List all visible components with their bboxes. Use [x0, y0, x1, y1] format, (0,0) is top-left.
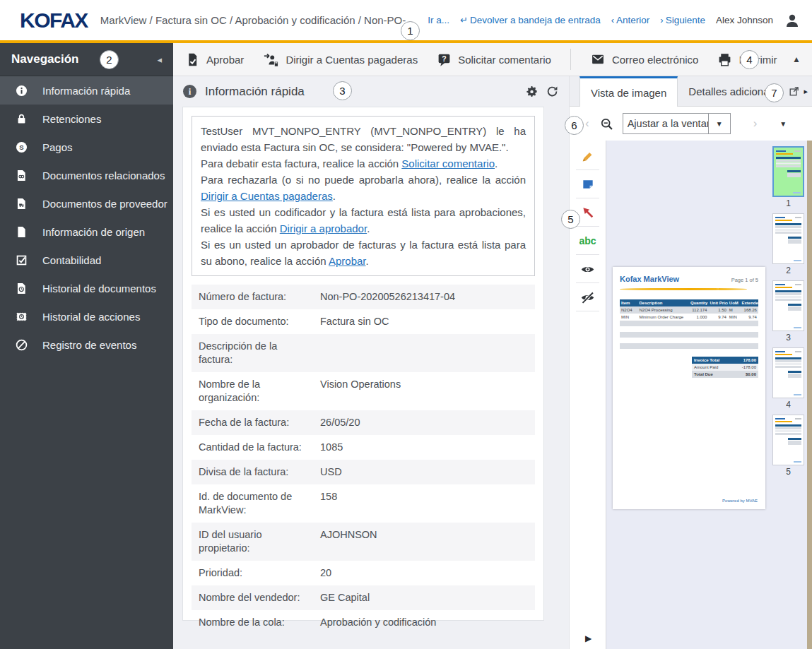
approve-button[interactable]: Aprobar	[185, 52, 244, 67]
toolbar-collapse-icon[interactable]: ▲	[792, 54, 801, 64]
zoom-select-arrow-icon[interactable]: ▼	[708, 114, 730, 133]
return-icon: ↵	[460, 16, 468, 25]
return-to-inbox-link[interactable]: ↵Devolver a bandeja de entrada	[460, 15, 601, 25]
kofax-logo: KOFAX	[20, 8, 88, 32]
thumbnail-label: 4	[770, 400, 807, 410]
approve-label: Aprobar	[206, 54, 244, 66]
preview-total-row: Invoice Total178.00	[692, 357, 758, 364]
chevron-left-icon: ‹	[611, 16, 614, 25]
sidebar-item-holds[interactable]: Retenciones	[0, 105, 173, 133]
quick-info-card: TestUser MVT_NONPO_ENTRY (MVT_NONPO_ENTR…	[182, 107, 544, 621]
sidebar-item-label: Información de origen	[42, 226, 145, 238]
callout-4: 4	[740, 50, 759, 69]
preview-table-row: MINMinimum Order Charge1.0009.74MIN9.74	[620, 314, 758, 321]
email-icon	[590, 52, 606, 66]
sidebar-item-label: Retenciones	[42, 113, 101, 125]
sidebar-item-accounting[interactable]: Contabilidad	[0, 246, 173, 274]
rail-expand-icon[interactable]: ▶	[585, 633, 592, 643]
organization-name-value: Vision Operations	[320, 378, 528, 405]
request-comment-link[interactable]: Solicitar comentario	[401, 157, 495, 169]
zoom-button[interactable]	[599, 117, 614, 131]
go-to-link[interactable]: Ir a...	[428, 15, 449, 25]
approve-icon	[185, 52, 200, 67]
lock-icon	[14, 112, 28, 126]
sidebar-item-payments[interactable]: S Pagos	[0, 133, 173, 161]
svg-text:?: ?	[442, 54, 446, 62]
route-to-ap-link[interactable]: Dirigir a Cuentas pagaderas	[201, 190, 333, 202]
text-annotation-tool[interactable]: abc	[570, 227, 606, 255]
callout-7: 7	[765, 83, 784, 102]
show-annotations-tool[interactable]	[570, 255, 606, 283]
markview-doc-id-value: 158	[320, 490, 528, 517]
zoom-level-select[interactable]: Ajustar a la ventana ▼	[623, 113, 731, 134]
thumbnail-page-1[interactable]	[772, 146, 804, 197]
user-profile-button[interactable]	[784, 12, 801, 29]
refresh-icon	[546, 85, 559, 98]
sticky-note-tool[interactable]	[570, 170, 606, 198]
page-next-icon[interactable]: ›	[753, 117, 758, 131]
sidebar-item-label: Contabilidad	[42, 254, 101, 266]
tab-image-view[interactable]: Vista de imagen	[579, 76, 678, 107]
open-external-button[interactable]	[789, 86, 799, 97]
callout-6: 6	[565, 116, 584, 135]
request-comment-button[interactable]: ? Solicitar comentario	[437, 52, 551, 67]
tabs-overflow-icon[interactable]: ▸	[804, 87, 808, 96]
header-actions: Ir a... ↵Devolver a bandeja de entrada ‹…	[428, 12, 812, 29]
callout-3: 3	[333, 81, 352, 100]
eye-off-icon	[580, 290, 595, 305]
thumbnail-label: 5	[770, 467, 807, 477]
refresh-button[interactable]	[546, 85, 559, 98]
settings-button[interactable]	[525, 85, 539, 98]
external-link-icon	[789, 86, 799, 97]
field-row: Fecha de la factura:26/05/20	[192, 410, 535, 435]
route-person-icon	[263, 52, 279, 67]
image-canvas[interactable]: Kofax MarkView Page 1 of 5 ItemDescripti…	[606, 141, 770, 649]
sidebar-item-action-history[interactable]: Historial de acciones	[0, 302, 173, 331]
next-link[interactable]: ›Siguiente	[660, 15, 705, 25]
sidebar-item-vendor-documents[interactable]: Documentos de proveedor	[0, 189, 173, 218]
sidebar-title: Navegación	[11, 52, 78, 66]
hide-annotations-tool[interactable]	[570, 283, 606, 311]
thumbnail-scrollbar[interactable]	[807, 141, 812, 649]
route-to-approver-link[interactable]: Dirigir a aprobador	[280, 222, 367, 234]
chevron-right-icon: ›	[660, 16, 663, 25]
preview-total-row: Total Due$0.00	[692, 371, 758, 378]
sidebar-collapse-icon[interactable]: ◂	[157, 54, 162, 65]
invoice-amount-value: 1085	[320, 441, 528, 454]
brand-accent-bar	[0, 40, 812, 43]
message-line: Si es un usted un aprobador de facturas …	[201, 237, 526, 269]
invoice-date-value: 26/05/20	[320, 416, 528, 429]
viewer-more-dropdown-icon[interactable]: ▼	[779, 120, 787, 128]
field-row: Nombre de la organización:Vision Operati…	[192, 372, 535, 410]
info-icon	[14, 83, 28, 97]
vendor-documents-icon	[14, 196, 28, 210]
sidebar-item-label: Documentos relacionados	[42, 169, 165, 181]
page-prev-icon[interactable]: ‹	[585, 117, 589, 131]
sidebar-item-label: Pagos	[42, 141, 73, 153]
previous-link[interactable]: ‹Anterior	[611, 15, 650, 25]
sidebar-item-document-history[interactable]: Historial de documentos	[0, 274, 173, 302]
svg-text:S: S	[19, 143, 23, 150]
thumbnail-page-4[interactable]	[772, 347, 804, 398]
sidebar-item-event-log[interactable]: Registro de eventos	[0, 331, 173, 359]
highlighter-tool[interactable]	[570, 142, 606, 170]
sidebar-item-origin-info[interactable]: Información de origen	[0, 218, 173, 246]
quick-info-header: i Información rápida	[173, 76, 569, 107]
print-icon	[717, 52, 732, 67]
toolbar-divider	[570, 49, 571, 70]
preview-table-header: ItemDescriptionQuantityUnit PriceUoMExte…	[620, 299, 758, 306]
approve-link[interactable]: Aprobar	[329, 255, 366, 267]
sidebar-item-related-documents[interactable]: Documentos relacionados	[0, 161, 173, 189]
thumbnail-page-2[interactable]	[772, 213, 804, 264]
sidebar-item-quick-info[interactable]: Información rápida	[0, 76, 173, 105]
thumbnail-page-3[interactable]	[772, 280, 804, 331]
thumbnail-page-5[interactable]	[772, 415, 804, 465]
thumbnail-label: 2	[770, 266, 807, 275]
info-circle-icon: i	[183, 85, 196, 98]
preview-table-row: N2O4N2O4 Processing112.1741.50M168.26	[620, 306, 758, 314]
preview-empty-row	[620, 343, 758, 349]
queue-name-value: Aprobación y codificación	[320, 616, 528, 629]
field-row: Divisa de la factura:USD	[192, 460, 535, 484]
email-button[interactable]: Correo electrónico	[590, 52, 699, 66]
route-to-ap-button[interactable]: Dirigir a Cuentas pagaderas	[263, 52, 418, 67]
